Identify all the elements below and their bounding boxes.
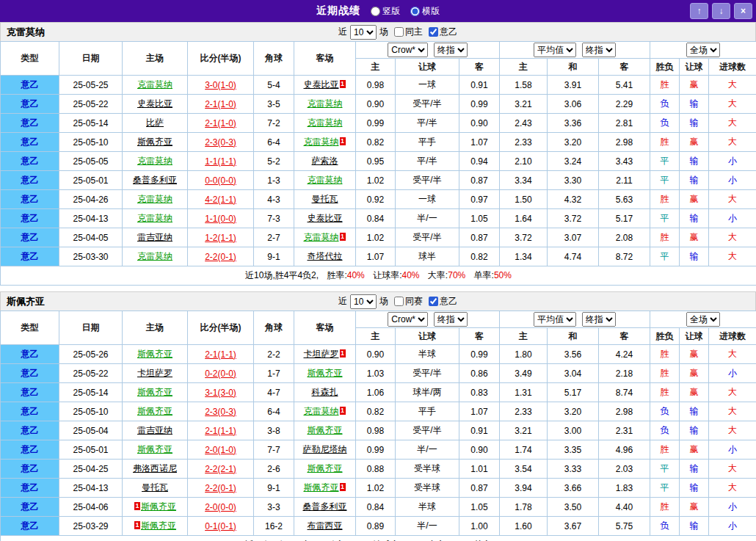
scroll-up-button[interactable]: ↑ [690,3,708,19]
score-link[interactable]: 2-2(2-1) [205,464,236,474]
odds-stage-select-1[interactable]: 终指 [434,43,468,57]
home-team-link[interactable]: 比萨 [146,117,164,128]
score-link[interactable]: 2-0(0-0) [205,502,236,512]
away-team-link[interactable]: 克雷莫纳 [308,98,343,109]
score-link[interactable]: 2-1(1-0) [205,118,236,128]
avg-home: 1.74 [500,440,548,460]
avg-away: 4.96 [599,440,650,460]
away-team-link[interactable]: 克雷莫纳 [308,175,343,185]
same-venue-checkbox[interactable] [394,297,404,306]
home-team-link[interactable]: 斯佩齐亚 [137,406,172,416]
corner-cell: 6-4 [254,402,294,421]
away-team-link[interactable]: 斯佩齐亚 [304,482,339,493]
score-link[interactable]: 4-2(1-1) [205,195,236,205]
league-checkbox[interactable] [429,27,438,37]
away-team-link[interactable]: 斯佩齐亚 [308,463,343,473]
score-link[interactable]: 2-2(0-1) [205,252,236,262]
odds-away: 0.97 [459,190,500,209]
away-team-link[interactable]: 萨索洛 [312,156,338,166]
score-link[interactable]: 1-2(1-1) [205,233,236,243]
same-venue-filter[interactable]: 同主 [394,26,423,38]
same-venue-checkbox[interactable] [394,27,404,37]
score-link[interactable]: 2-2(0-1) [205,483,236,493]
bookmaker-select[interactable]: Crow* [388,43,428,57]
home-team-link[interactable]: 雷吉亚纳 [137,425,172,435]
layout-option-horizontal[interactable]: 横版 [410,5,440,18]
match-date: 25-04-25 [59,460,123,479]
away-team-link[interactable]: 斯佩齐亚 [308,425,343,435]
goal-result-cell: 大 [709,133,756,152]
bookmaker-select[interactable]: Crow* [388,312,428,327]
close-button[interactable]: × [734,3,752,19]
score-link[interactable]: 2-3(0-3) [205,137,236,148]
layout-option-vertical[interactable]: 竖版 [371,5,400,18]
home-team-link[interactable]: 克雷莫纳 [137,213,172,223]
away-team-link[interactable]: 史泰比亚 [304,79,339,90]
filter-controls: 近 10 场 同主 意乙 [338,25,457,40]
score-link[interactable]: 3-0(1-0) [205,80,236,90]
away-team-link[interactable]: 斯佩齐亚 [308,368,343,378]
home-team-link[interactable]: 克雷莫纳 [137,156,172,166]
home-team-link[interactable]: 克雷莫纳 [137,251,172,261]
odds-stage-select-2[interactable]: 终指 [582,43,616,57]
odds-stage-select-2[interactable]: 终指 [582,312,616,327]
fulltime-select[interactable]: 全场 [686,43,720,57]
home-team-link[interactable]: 史泰比亚 [137,98,172,109]
match-count-select[interactable]: 10 [350,294,377,309]
results-table-spezia: 类型 日期 主场 比分(半场) 角球 客场 Crow* 终指 平均值 终指 全场 [0,311,756,541]
away-team-link[interactable]: 萨勒尼塔纳 [303,444,347,454]
home-team-link[interactable]: 弗洛西诺尼 [133,463,177,473]
score-link[interactable]: 2-3(0-3) [205,407,236,417]
score-link[interactable]: 2-1(1-1) [205,349,236,360]
match-row: 意乙25-05-01斯佩齐亚2-0(1-0)7-7萨勒尼塔纳0.99半/一0.9… [1,440,756,460]
away-team-link[interactable]: 史泰比亚 [308,213,343,223]
home-team-link[interactable]: 桑普多利亚 [133,175,177,185]
same-venue-filter[interactable]: 同赛 [394,295,423,308]
away-team-link[interactable]: 科森扎 [312,387,338,397]
away-team-link[interactable]: 克雷莫纳 [304,406,339,416]
away-team-link[interactable]: 克雷莫纳 [304,232,339,242]
fulltime-select[interactable]: 全场 [686,312,720,327]
score-link[interactable]: 2-1(1-1) [205,426,236,436]
score-link[interactable]: 2-0(1-0) [205,445,236,455]
scroll-down-button[interactable]: ↓ [712,3,730,19]
score-link[interactable]: 0-2(0-0) [205,368,236,379]
home-team-link[interactable]: 斯佩齐亚 [141,520,176,531]
away-team-link[interactable]: 克雷莫纳 [304,137,339,147]
score-link[interactable]: 1-1(0-0) [205,214,236,224]
score-link[interactable]: 3-1(3-0) [205,388,236,398]
vertical-layout-radio[interactable] [371,7,380,16]
away-team-link[interactable]: 布雷西亚 [308,520,343,531]
home-team-link[interactable]: 斯佩齐亚 [137,137,172,147]
average-select[interactable]: 平均值 [534,312,576,327]
horizontal-layout-radio[interactable] [410,7,420,16]
match-count-select[interactable]: 10 [350,25,377,40]
league-checkbox[interactable] [429,297,438,306]
home-team-link[interactable]: 斯佩齐亚 [137,444,172,454]
home-team-link[interactable]: 斯佩齐亚 [137,387,172,397]
away-team-link[interactable]: 克雷莫纳 [308,117,343,128]
away-team-link[interactable]: 奇塔代拉 [308,251,343,261]
match-row: 意乙25-05-10斯佩齐亚2-3(0-3)6-4克雷莫纳10.82平手1.07… [1,402,756,421]
league-filter[interactable]: 意乙 [429,26,457,38]
score-link[interactable]: 0-0(0-0) [205,175,236,186]
home-team-link[interactable]: 斯佩齐亚 [141,501,176,512]
home-team-link[interactable]: 曼托瓦 [142,482,168,493]
away-team-link[interactable]: 曼托瓦 [312,194,338,204]
corner-cell: 5-4 [254,76,294,95]
score-link[interactable]: 2-1(1-0) [205,99,236,109]
away-team-link[interactable]: 卡坦萨罗 [304,349,339,359]
handicap-result-cell: 输 [680,152,709,171]
score-link[interactable]: 0-1(0-1) [205,521,236,531]
league-filter[interactable]: 意乙 [429,295,457,308]
home-team-link[interactable]: 斯佩齐亚 [137,349,172,359]
score-link[interactable]: 1-1(1-1) [205,156,236,167]
home-team-link[interactable]: 克雷莫纳 [137,79,172,90]
away-team-link[interactable]: 桑普多利亚 [303,501,347,512]
home-team-link[interactable]: 卡坦萨罗 [137,368,172,378]
home-team-link[interactable]: 克雷莫纳 [137,194,172,204]
away-team-cell: 萨勒尼塔纳 [294,440,356,460]
average-select[interactable]: 平均值 [534,43,576,57]
odds-stage-select-1[interactable]: 终指 [434,312,468,327]
home-team-link[interactable]: 雷吉亚纳 [137,232,172,242]
